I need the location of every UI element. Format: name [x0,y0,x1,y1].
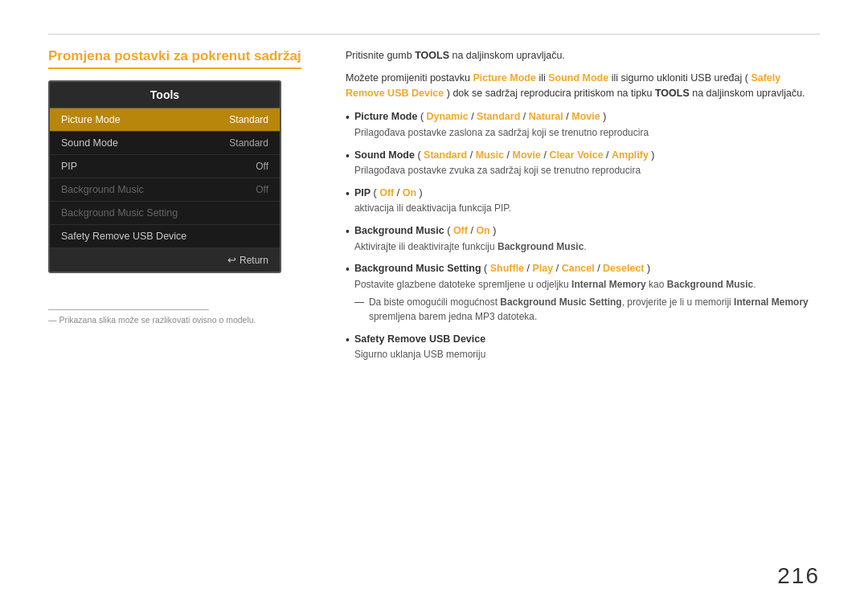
intro2-tools: TOOLS [655,88,690,99]
sub-bullet-text: Da biste omogućili mogućnost Background … [369,295,820,324]
menu-item-picture-mode[interactable]: Picture Mode Standard [50,108,280,132]
pip-on: On [403,187,416,198]
menu-item-picture-mode-value: Standard [229,114,268,125]
bullet-bg-music-setting-title: Background Music Setting ( Shuffle / Pla… [354,262,820,276]
sound-mode-clearvoice: Clear Voice [549,149,603,161]
bullet-sound-mode-content: Sound Mode ( Standard / Music / Movie / … [354,149,655,178]
intro-paragraph-1: Pritisnite gumb TOOLS na daljinskom upra… [346,48,820,63]
menu-item-safety-remove-label: Safety Remove USB Device [61,231,186,242]
sub-bullet-dash: ― [354,295,364,309]
sound-mode-amplify: Amplify [612,149,649,161]
menu-item-bg-music-setting-label: Background Music Setting [61,207,178,219]
intro1-post: na daljinskom upravljaču. [452,50,564,61]
intro2-pre: Možete promijeniti postavku [346,72,473,84]
bms-sep2: / [556,263,562,274]
bms-cancel: Cancel [562,263,595,274]
bullet-dot-2: • [346,149,350,165]
menu-item-sound-mode[interactable]: Sound Mode Standard [50,132,280,155]
s-sep1: / [470,149,476,161]
menu-item-pip-value: Off [256,161,268,172]
bullet-dot-6: • [346,333,350,349]
picture-mode-movie: Movie [571,111,600,122]
pip-sep: / [397,187,403,198]
bg-music-label: Background Music [354,225,444,236]
sound-mode-label: Sound Mode [354,149,415,161]
sound-mode-movie: Movie [513,149,541,161]
bullet-safety-remove-content: Safety Remove USB Device Sigurno uklanja… [354,333,485,362]
right-column: Pritisnite gumb TOOLS na daljinskom upra… [346,48,820,370]
menu-item-safety-remove-usb[interactable]: Safety Remove USB Device [50,225,280,248]
bg-music-off: Off [453,225,468,236]
bullet-bg-music-setting-content: Background Music Setting ( Shuffle / Pla… [354,262,820,323]
bullet-dot-3: • [346,186,350,202]
page-number: 216 [777,563,820,589]
bg-music-setting-label: Background Music Setting [354,263,481,274]
tv-menu: Tools Picture Mode Standard Sound Mode S… [48,80,281,273]
bullet-dot-4: • [346,224,350,240]
bg-music-on: On [476,225,489,236]
picture-mode-open: ( [420,111,424,122]
intro2-post: ) dok se sadržaj reproducira pritiskom n… [447,88,655,99]
intro2-sound-mode: Sound Mode [548,72,608,84]
menu-item-pip-label: PIP [61,161,77,172]
pip-close: ) [420,187,423,198]
bullet-safety-remove: • Safety Remove USB Device Sigurno uklan… [346,333,820,362]
footnote-content: Prikazana slika može se razlikovati ovis… [59,315,256,325]
bullet-sound-mode-title: Sound Mode ( Standard / Music / Movie / … [354,149,655,163]
pip-subtext: aktivacija ili deaktivacija funkcija PIP… [354,202,511,215]
menu-item-sound-mode-label: Sound Mode [61,137,118,149]
sound-mode-subtext: Prilagođava postavke zvuka za sadržaj ko… [354,164,655,178]
picture-mode-standard: Standard [477,111,520,122]
menu-item-pip[interactable]: PIP Off [50,155,280,178]
bullet-pip-content: PIP ( Off / On ) aktivacija ili deaktiva… [354,186,511,215]
bullet-sound-mode: • Sound Mode ( Standard / Music / Movie … [346,149,820,178]
sub-internal-memory: Internal Memory [734,296,809,308]
bullet-pip-title: PIP ( Off / On ) [354,186,511,201]
menu-item-sound-mode-value: Standard [229,137,268,149]
intro2-mid: ili [538,72,548,84]
pip-open: ( [374,187,377,198]
picture-mode-subtext: Prilagođava postavke zaslona za sadržaj … [354,126,649,140]
bg-music-setting-subtext: Postavite glazbene datoteke spremljene u… [354,278,820,292]
bullet-picture-mode-content: Picture Mode ( Dynamic / Standard / Natu… [354,110,649,139]
footnote-divider [48,309,209,310]
sound-mode-music: Music [476,149,504,161]
sound-mode-open: ( [417,149,420,161]
intro2-mid2: ili sigurno ukloniti USB uređaj ( [612,72,748,84]
sound-mode-close: ) [651,149,654,161]
pip-label: PIP [354,187,371,198]
intro1-pre: Pritisnite gumb [346,50,415,61]
bms-play: Play [533,263,554,274]
tv-menu-title: Tools [50,82,280,108]
intro-paragraph-2: Možete promijeniti postavku Picture Mode… [346,71,820,101]
sub-bms-bold: Background Music Setting [500,296,621,308]
bg-music-close: ) [493,225,496,236]
safety-remove-subtext: Sigurno uklanja USB memoriju [354,348,485,362]
footnote-text: ― Prikazana slika može se razlikovati ov… [48,315,256,325]
menu-item-picture-mode-label: Picture Mode [61,114,121,125]
pip-off: Off [379,187,394,198]
bms-close: ) [647,263,650,274]
bms-bg-music-ref: Background Music [667,279,753,290]
picture-mode-label: Picture Mode [354,111,418,122]
section-title: Promjena postavki za pokrenut sadržaj [48,48,301,69]
bms-shuffle: Shuffle [490,263,524,274]
intro2-end: na daljinskom upravljaču. [692,88,805,99]
sep2: / [523,111,529,122]
safety-remove-label: Safety Remove USB Device [354,333,485,345]
bg-music-bold-ref: Background Music [497,241,583,252]
picture-mode-dynamic: Dynamic [427,111,469,122]
left-column: Promjena postavki za pokrenut sadržaj To… [48,48,313,273]
s-sep4: / [606,149,612,161]
s-sep2: / [507,149,513,161]
picture-mode-natural: Natural [529,111,563,122]
bullet-bg-music-setting: • Background Music Setting ( Shuffle / P… [346,262,820,323]
return-label: Return [240,255,268,266]
bullet-dot-5: • [346,262,350,278]
bg-music-subtext: Aktivirajte ili deaktivirajte funkciju B… [354,240,587,254]
footnote-dash: ― [48,315,59,325]
menu-item-background-music: Background Music Off [50,178,280,202]
bullet-bg-music: • Background Music ( Off / On ) Aktivira… [346,224,820,253]
bullet-picture-mode: • Picture Mode ( Dynamic / Standard / Na… [346,110,820,139]
tv-menu-footer: ↩ Return [50,248,280,272]
